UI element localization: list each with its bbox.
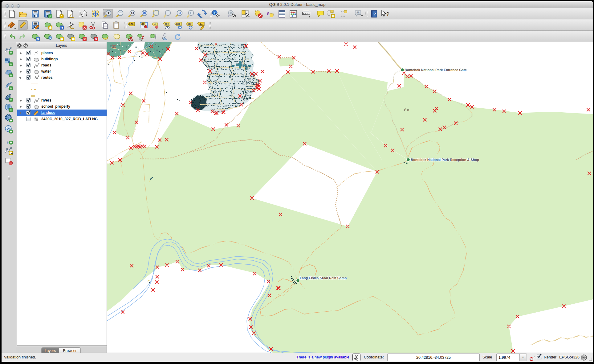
svg-text:Lang Elsies Kraal Rest Camp: Lang Elsies Kraal Rest Camp: [300, 276, 347, 280]
svg-text:abc: abc: [199, 23, 203, 26]
svg-text:ε: ε: [267, 10, 269, 16]
svg-text:✕: ✕: [83, 37, 86, 41]
svg-text:✕: ✕: [95, 37, 98, 41]
svg-text:➔: ➔: [60, 26, 63, 30]
svg-text:abc: abc: [129, 22, 134, 26]
svg-text:✱: ✱: [9, 151, 12, 155]
svg-text:Bontebok National Park Recepti: Bontebok National Park Reception & Shop: [411, 158, 479, 162]
svg-text:✕: ✕: [83, 26, 86, 30]
svg-text:✱: ✱: [332, 14, 334, 18]
svg-text:ab: ab: [142, 23, 144, 25]
svg-text:?: ?: [386, 12, 389, 17]
svg-text:,: ,: [7, 136, 9, 144]
svg-text:abc: abc: [188, 22, 192, 25]
svg-text:T: T: [357, 12, 359, 14]
svg-text:✱: ✱: [60, 37, 63, 41]
svg-text:1:1: 1:1: [131, 12, 134, 14]
svg-text:✱: ✱: [49, 26, 52, 30]
svg-text:abc: abc: [176, 22, 180, 25]
svg-text:✱: ✱: [72, 37, 75, 41]
svg-text:ab: ab: [154, 23, 156, 25]
svg-text:abc: abc: [165, 22, 169, 25]
svg-text:↻: ↻: [36, 37, 39, 41]
svg-text:i: i: [214, 11, 215, 14]
svg-text:?: ?: [373, 12, 376, 16]
svg-text:Bontebok National Park Entranc: Bontebok National Park Entrance Gate: [405, 68, 467, 72]
